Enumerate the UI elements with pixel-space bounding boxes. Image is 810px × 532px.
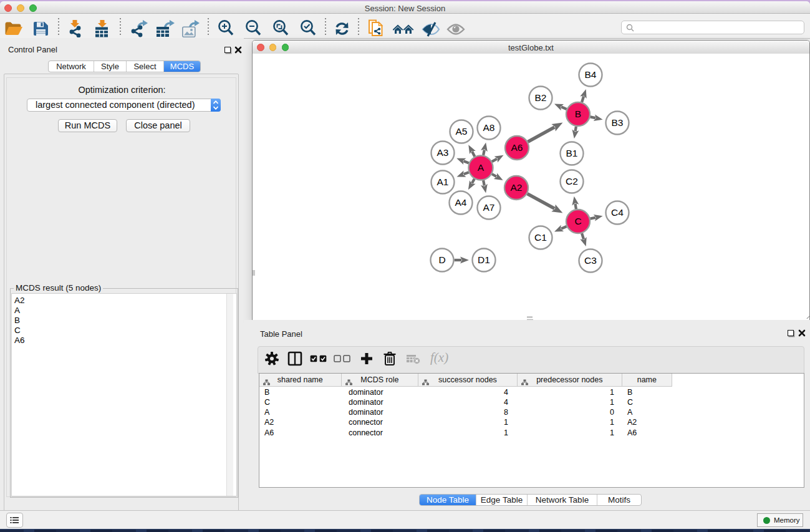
svg-text:C1: C1 xyxy=(534,232,547,243)
svg-text:A4: A4 xyxy=(455,197,467,208)
svg-text:B3: B3 xyxy=(612,117,624,128)
svg-text:B: B xyxy=(575,109,581,119)
svg-text:C: C xyxy=(574,216,581,226)
svg-text:A8: A8 xyxy=(483,122,495,133)
svg-text:A2: A2 xyxy=(511,182,523,193)
svg-text:D: D xyxy=(438,254,445,265)
svg-text:A3: A3 xyxy=(437,147,449,158)
svg-text:A: A xyxy=(478,162,485,173)
svg-text:C2: C2 xyxy=(566,176,578,186)
svg-text:D1: D1 xyxy=(478,254,490,265)
svg-text:B1: B1 xyxy=(566,148,578,158)
svg-text:A7: A7 xyxy=(483,202,495,213)
svg-text:A1: A1 xyxy=(437,177,449,187)
svg-text:A5: A5 xyxy=(456,126,468,137)
svg-text:B2: B2 xyxy=(535,92,547,103)
svg-text:A6: A6 xyxy=(511,142,523,153)
svg-text:B4: B4 xyxy=(585,69,597,80)
svg-text:C3: C3 xyxy=(584,255,597,266)
svg-text:C4: C4 xyxy=(611,207,624,218)
